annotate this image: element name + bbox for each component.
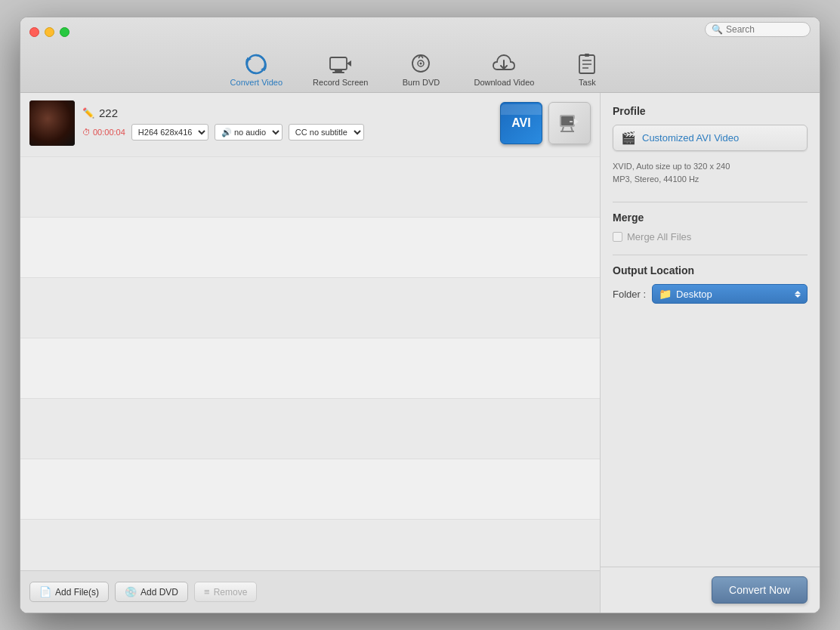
file-row: ✏️ 222 ⏱ 00:00:04 H264 628x416 [20,93,600,157]
convert-now-button[interactable]: Convert Now [712,576,808,604]
toolbar-item-download-video[interactable]: Download Video [474,52,534,87]
output-section-title: Output Location [613,264,808,276]
burn-dvd-icon [407,52,434,76]
empty-row-5 [20,399,600,459]
file-list: ✏️ 222 ⏱ 00:00:04 H264 628x416 [20,93,600,570]
toolbar-item-burn-dvd[interactable]: Burn DVD [398,52,443,87]
toolbar-item-record-screen[interactable]: Record Screen [313,52,368,87]
merge-checkbox-row: Merge All Files [613,231,808,242]
edit-icon[interactable]: ✏️ [82,107,94,119]
svg-rect-17 [561,116,573,125]
file-info: ✏️ 222 ⏱ 00:00:04 H264 628x416 [82,107,493,141]
title-bar: 🔍 Convert Video [20,17,820,93]
folder-arrows [795,291,801,298]
avi-badge[interactable]: AVI [500,102,542,144]
profile-name: Customized AVI Video [642,132,799,144]
merge-all-checkbox[interactable] [613,232,622,242]
convert-video-label: Convert Video [230,78,283,87]
svg-rect-1 [330,57,347,69]
subtitle-select[interactable]: CC no subtitle [289,124,364,141]
merge-section-title: Merge [613,212,808,224]
file-thumbnail [29,100,75,146]
clock-icon: ⏱ [82,128,91,137]
folder-select[interactable]: 📁 Desktop [652,284,808,304]
svg-point-7 [420,63,422,65]
close-button[interactable] [29,27,39,37]
add-files-label: Add File(s) [55,587,99,598]
folder-icon: 📁 [659,288,672,300]
edit-output-icon[interactable] [548,102,591,144]
merge-all-label: Merge All Files [627,231,691,242]
record-screen-icon [327,52,354,76]
profile-description: XVID, Auto size up to 320 x 240 MP3, Ste… [613,157,808,193]
bottom-bar: 📄 Add File(s) 💿 Add DVD ≡ Remove [20,570,600,613]
empty-row-2 [20,218,600,278]
traffic-lights [29,27,69,37]
add-files-button[interactable]: 📄 Add File(s) [29,582,109,602]
minimize-button[interactable] [45,27,54,37]
arrow-up-icon [795,291,801,294]
convert-video-icon [242,52,270,76]
empty-row-3 [20,278,600,338]
divider-2 [613,255,808,255]
search-input[interactable] [726,24,804,35]
merge-section: Merge Merge All Files [613,212,808,242]
toolbar: Convert Video Record Screen [20,48,820,92]
app-window: 🔍 Convert Video [20,17,820,613]
left-panel: ✏️ 222 ⏱ 00:00:04 H264 628x416 [20,93,601,613]
toolbar-item-task[interactable]: Task [564,52,610,87]
profile-selector[interactable]: 🎬 Customized AVI Video [613,125,808,151]
audio-format-select[interactable]: 🔊 no audio [215,124,283,141]
avi-label: AVI [511,116,530,130]
search-icon: 🔍 [712,24,723,35]
empty-row-1 [20,157,600,218]
empty-row-4 [20,338,600,399]
svg-rect-15 [585,54,589,57]
arrow-down-icon [795,295,801,298]
add-dvd-button[interactable]: 💿 Add DVD [115,582,188,602]
remove-label: Remove [214,587,248,598]
svg-marker-21 [574,119,579,125]
maximize-button[interactable] [60,27,69,37]
record-screen-label: Record Screen [313,78,368,87]
burn-dvd-label: Burn DVD [403,78,440,87]
folder-name: Desktop [676,289,790,300]
task-label: Task [579,78,596,87]
title-bar-top: 🔍 [20,17,820,48]
divider-1 [613,202,808,202]
empty-row-7 [20,520,600,570]
toolbar-item-convert-video[interactable]: Convert Video [230,52,283,87]
file-duration: ⏱ 00:00:04 [82,128,125,137]
main-content: ✏️ 222 ⏱ 00:00:04 H264 628x416 [20,93,820,613]
profile-section-title: Profile [613,105,808,117]
svg-rect-3 [335,69,342,72]
remove-icon: ≡ [204,586,210,598]
file-output-icons: AVI [500,102,591,144]
download-video-label: Download Video [474,78,534,87]
empty-row-6 [20,459,600,520]
file-name: 222 [99,107,118,119]
folder-row: Folder : 📁 Desktop [613,284,808,304]
search-box[interactable]: 🔍 [705,22,811,37]
right-panel-content: Profile 🎬 Customized AVI Video XVID, Aut… [601,93,820,567]
right-panel: Profile 🎬 Customized AVI Video XVID, Aut… [601,93,820,613]
video-format-select[interactable]: H264 628x416 [131,124,208,141]
add-files-icon: 📄 [39,586,51,598]
convert-button-area: Convert Now [601,567,820,613]
svg-rect-4 [332,72,344,73]
download-video-icon [490,52,517,76]
output-section: Output Location Folder : 📁 Desktop [613,264,808,304]
task-icon [573,52,601,76]
profile-icon: 🎬 [621,131,636,145]
remove-button[interactable]: ≡ Remove [194,582,257,602]
folder-label: Folder : [613,289,646,300]
add-dvd-label: Add DVD [141,587,178,598]
file-meta: ⏱ 00:00:04 H264 628x416 🔊 no audio [82,124,493,141]
add-dvd-icon: 💿 [125,586,137,598]
